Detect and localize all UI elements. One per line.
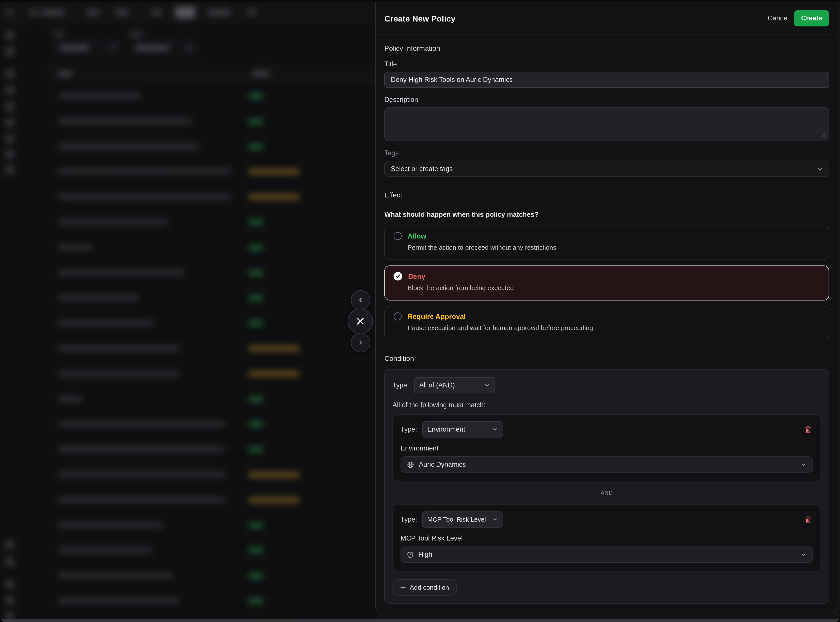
delete-condition-button[interactable]: [803, 514, 813, 525]
and-label: AND: [601, 490, 613, 496]
risk-level-value: High: [418, 551, 796, 558]
condition-type-value: MCP Tool Risk Level: [427, 516, 492, 523]
window-top-edge: [0, 0, 840, 2]
condition-type-value: Environment: [427, 425, 492, 433]
effect-question: What should happen when this policy matc…: [384, 211, 829, 218]
require-approval-option-description: Pause execution and wait for human appro…: [408, 324, 820, 332]
add-condition-label: Add condition: [410, 584, 449, 591]
cancel-button[interactable]: Cancel: [762, 10, 794, 27]
description-label: Description: [384, 96, 829, 104]
combinator-type-label: Type:: [393, 381, 409, 389]
and-divider: AND: [393, 490, 821, 496]
section-policy-information: Policy Information: [384, 44, 829, 52]
chevron-right-icon: [357, 339, 364, 346]
section-condition: Condition: [384, 355, 829, 363]
shield-alert-icon: [407, 551, 413, 558]
prev-button[interactable]: [351, 290, 370, 309]
description-textarea[interactable]: [384, 107, 829, 142]
risk-level-field-label: MCP Tool Risk Level: [401, 535, 813, 542]
deny-option-label: Deny: [408, 272, 425, 280]
allow-option-label: Allow: [408, 232, 426, 240]
chevron-down-icon: [484, 383, 489, 388]
condition-row-risk-level: Type: MCP Tool Risk Level: [393, 505, 821, 572]
effect-option-require-approval[interactable]: Require Approval Pause execution and wai…: [384, 306, 829, 340]
radio-unselected-icon[interactable]: [394, 313, 402, 320]
add-condition-button[interactable]: Add condition: [393, 579, 457, 596]
tags-label: Tags: [384, 149, 829, 157]
delete-condition-button[interactable]: [803, 424, 813, 434]
create-button[interactable]: Create: [794, 10, 829, 27]
plus-icon: [400, 584, 406, 590]
chevron-down-icon: [817, 166, 823, 172]
globe-icon: [407, 461, 414, 468]
window-bottom-edge: [0, 619, 840, 622]
condition-builder: Type: All of (AND) All of the following …: [384, 369, 829, 604]
title-input[interactable]: [384, 72, 829, 88]
title-label: Title: [384, 60, 829, 68]
radio-selected-icon[interactable]: [394, 272, 402, 281]
environment-value: Auric Dynamics: [419, 461, 796, 468]
trash-icon: [804, 427, 812, 435]
match-text: All of the following must match:: [393, 401, 821, 409]
section-effect: Effect: [384, 191, 829, 199]
dim-overlay: [0, 2, 379, 622]
resize-grip-icon[interactable]: [822, 133, 826, 138]
panel-header: Create New Policy Cancel Create: [376, 2, 838, 35]
condition-type-label: Type:: [401, 425, 417, 433]
allow-option-description: Permit the action to proceed without any…: [408, 244, 820, 251]
close-button[interactable]: [348, 309, 373, 334]
condition-type-select[interactable]: MCP Tool Risk Level: [422, 512, 503, 528]
condition-type-select[interactable]: Environment: [422, 421, 503, 438]
effect-option-deny[interactable]: Deny Block the action from being execute…: [384, 265, 829, 300]
combinator-select[interactable]: All of (AND): [414, 377, 495, 393]
chevron-down-icon: [492, 517, 498, 522]
require-approval-option-label: Require Approval: [408, 313, 466, 320]
environment-field-label: Environment: [401, 445, 813, 452]
panel-title: Create New Policy: [384, 14, 762, 23]
panel-body: Policy Information Title Description Tag…: [376, 35, 838, 612]
chevron-down-icon: [801, 462, 806, 467]
effect-option-allow[interactable]: Allow Permit the action to proceed witho…: [384, 226, 829, 260]
app-window: Create New Policy Cancel Create Policy I…: [0, 0, 840, 622]
trash-icon: [804, 517, 812, 525]
tags-select[interactable]: Select or create tags: [384, 161, 829, 177]
risk-level-value-select[interactable]: High: [401, 546, 813, 563]
next-button[interactable]: [351, 333, 370, 352]
policies-page-background: [0, 2, 379, 622]
chevron-down-icon: [492, 427, 498, 432]
chevron-left-icon: [357, 297, 364, 303]
environment-value-select[interactable]: Auric Dynamics: [401, 456, 813, 473]
condition-row-environment: Type: Environment: [393, 414, 821, 481]
create-policy-panel: Create New Policy Cancel Create Policy I…: [375, 2, 838, 612]
chevron-down-icon: [801, 552, 806, 558]
radio-unselected-icon[interactable]: [394, 232, 402, 240]
deny-option-description: Block the action from being executed: [408, 284, 820, 292]
tags-placeholder: Select or create tags: [391, 165, 817, 173]
condition-type-label: Type:: [401, 516, 417, 523]
close-icon: [356, 317, 365, 326]
description-field-wrap: [384, 107, 829, 142]
combinator-value: All of (AND): [419, 381, 484, 389]
